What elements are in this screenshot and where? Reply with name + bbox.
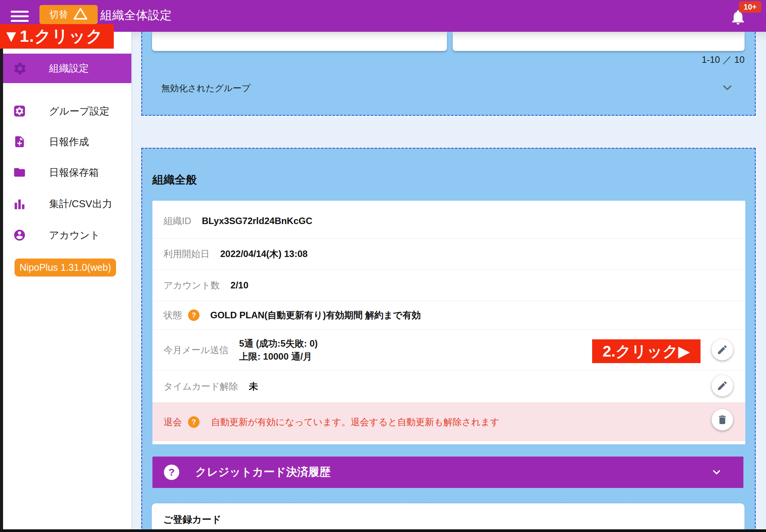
account-count-value: 2/10 [231, 280, 249, 291]
help-icon[interactable]: ? [164, 465, 179, 480]
edit-timecard-button[interactable] [712, 375, 733, 396]
doc-add-icon [13, 135, 26, 148]
warning-triangle-icon [73, 7, 88, 22]
group-card-left[interactable] [152, 32, 447, 51]
mail-usage-value: 5通 (成功:5失敗: 0) 上限: 10000 通/月 [239, 337, 318, 363]
help-icon[interactable]: ? [188, 309, 200, 321]
trash-icon [717, 414, 728, 426]
mail-usage-line2: 上限: 10000 通/月 [239, 350, 318, 363]
sidebar: 組織設定 グループ設定 日報作成 日報保存箱 集計/CSV出力 アカウント Ni… [3, 32, 131, 529]
row-account-count: アカウント数 2/10 [152, 269, 745, 301]
credit-history-title: クレジットカード決済履歴 [195, 465, 331, 480]
gear-icon [13, 61, 27, 76]
org-id-label: 組織ID [164, 215, 191, 227]
registered-card-label: ご登録カード [163, 513, 221, 526]
row-withdraw: 退会 ? 自動更新が有効になっています。退会すると自動更新も解除されます [152, 402, 745, 441]
gear-square-icon [13, 105, 26, 118]
sidebar-item-account[interactable]: アカウント [3, 223, 131, 247]
disabled-groups-label: 無効化されたグループ [161, 82, 250, 94]
timecard-value: 未 [249, 380, 258, 393]
row-plan-status: 状態 ? GOLD PLAN(自動更新有り)有効期間 解約まで有効 [152, 301, 745, 329]
sidebar-item-label: 日報保存箱 [49, 166, 99, 179]
pencil-icon [717, 380, 728, 391]
withdraw-label: 退会 [164, 416, 182, 428]
sidebar-item-csv-export[interactable]: 集計/CSV出力 [3, 192, 131, 216]
annotation-step2: 2.クリック▶ [592, 339, 701, 363]
switch-button[interactable]: 切替 [39, 5, 98, 24]
sidebar-item-label: 集計/CSV出力 [49, 197, 112, 211]
window-bottom-edge [0, 529, 766, 532]
sidebar-item-report-storage[interactable]: 日報保存箱 [3, 160, 131, 185]
annotation-step1: ▼1.クリック [0, 24, 114, 49]
account-count-label: アカウント数 [164, 279, 220, 291]
folder-icon [13, 166, 26, 179]
row-timecard: タイムカード解除 未 [152, 370, 745, 402]
credit-history-bar[interactable]: ? クレジットカード決済履歴 [152, 457, 743, 488]
account-icon [13, 229, 26, 242]
pencil-icon [717, 344, 728, 355]
notification-count-badge: 10+ [739, 1, 761, 13]
sidebar-item-group-settings[interactable]: グループ設定 [3, 99, 131, 123]
mail-usage-line1: 5通 (成功:5失敗: 0) [239, 337, 318, 350]
window-left-edge [0, 32, 3, 529]
plan-status-label: 状態 [164, 309, 182, 321]
groups-panel: 1-10 ／ 10 無効化されたグループ [141, 32, 756, 116]
chevron-down-icon [711, 467, 722, 478]
start-date-label: 利用開始日 [164, 248, 210, 260]
sidebar-item-org-settings[interactable]: 組織設定 [3, 54, 131, 83]
group-card-right[interactable] [453, 32, 745, 51]
registered-card-section: ご登録カード [152, 503, 745, 532]
sidebar-item-label: グループ設定 [49, 105, 110, 118]
row-start-date: 利用開始日 2022/04/14(木) 13:08 [152, 238, 745, 269]
timecard-label: タイムカード解除 [164, 380, 238, 393]
bar-chart-icon [13, 197, 26, 210]
sidebar-divider [3, 85, 131, 85]
row-org-id: 組織ID BLyx3SG72rld24BnKcGC [152, 204, 745, 238]
switch-button-label: 切替 [49, 8, 68, 21]
mail-usage-label: 今月メール送信 [164, 344, 228, 356]
sidebar-item-label: アカウント [49, 229, 100, 242]
edit-mail-limit-button[interactable] [712, 339, 733, 360]
withdraw-delete-button[interactable] [712, 409, 733, 431]
chevron-down-icon[interactable] [720, 81, 734, 95]
disabled-groups-row[interactable]: 無効化されたグループ [142, 77, 755, 98]
help-icon[interactable]: ? [188, 416, 200, 428]
start-date-value: 2022/04/14(木) 13:08 [220, 248, 308, 260]
org-section-title: 組織全般 [152, 172, 197, 188]
version-button[interactable]: NipoPlus 1.31.0(web) [15, 259, 116, 277]
pagination-label: 1-10 ／ 10 [702, 54, 745, 66]
app-header: 切替 組織全体設定 10+ [0, 0, 766, 32]
sidebar-item-report-create[interactable]: 日報作成 [3, 129, 131, 154]
withdraw-message: 自動更新が有効になっています。退会すると自動更新も解除されます [211, 416, 499, 428]
sidebar-item-label: 組織設定 [49, 62, 89, 75]
menu-icon[interactable] [11, 11, 29, 22]
sidebar-item-label: 日報作成 [49, 135, 89, 149]
plan-status-value: GOLD PLAN(自動更新有り)有効期間 解約まで有効 [210, 309, 421, 321]
org-info-card: 組織ID BLyx3SG72rld24BnKcGC 利用開始日 2022/04/… [152, 201, 745, 444]
org-id-value: BLyx3SG72rld24BnKcGC [202, 216, 313, 226]
